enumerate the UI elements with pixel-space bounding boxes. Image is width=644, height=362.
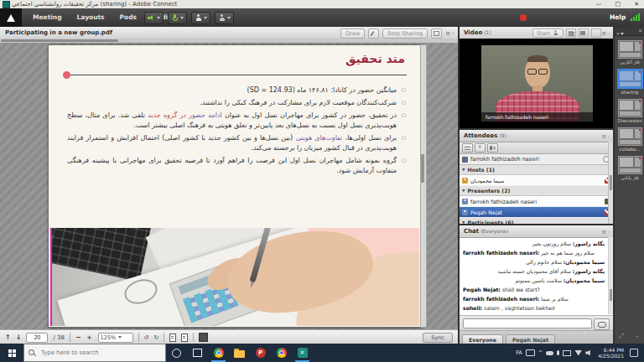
volume-icon[interactable] <box>585 350 592 356</box>
webcam-icon <box>195 14 202 22</box>
layout-label: فاز آغازین <box>616 59 643 65</box>
attendees-scrollbar[interactable] <box>608 142 613 224</box>
photoshop-taskbar-button[interactable]: P <box>250 344 271 362</box>
file-explorer-button[interactable] <box>229 344 250 362</box>
zoom-out-button[interactable]: − <box>75 334 81 341</box>
scrollbar-thumb[interactable] <box>1 39 118 42</box>
layouts-menu-icon[interactable]: ≡ <box>616 29 624 38</box>
attendee-section-header[interactable]: ▼Presenters (2) <box>460 186 613 196</box>
layout-item[interactable]: sharing <box>616 69 643 95</box>
layout-item[interactable]: فاز آغازین <box>616 40 643 65</box>
adobe-connect-taskbar-button[interactable]: ✕ <box>292 344 313 362</box>
scrollbar-thumb[interactable] <box>610 175 612 190</box>
hidden-icons-chevron[interactable]: ^ <box>538 349 543 356</box>
scrollbar-thumb[interactable] <box>610 289 612 301</box>
battery-icon[interactable] <box>563 350 571 356</box>
video-pod: Video(1) Start ≡ farrokh fathizadeh nase… <box>460 27 613 130</box>
chrome-profile-taskbar-button[interactable] <box>271 344 292 362</box>
keyboard-icon[interactable] <box>526 349 535 356</box>
cortana-button[interactable] <box>166 344 187 362</box>
attendee-row[interactable]: سیما محمودیان <box>460 175 613 186</box>
chevron-down-icon[interactable] <box>227 17 231 19</box>
start-webcam-button[interactable]: Start <box>532 28 564 38</box>
taskbar-search[interactable] <box>23 344 166 362</box>
status-button[interactable] <box>215 12 234 24</box>
send-message-icon[interactable] <box>594 318 610 330</box>
menu-layouts[interactable]: Layouts <box>70 8 112 27</box>
next-page-button[interactable]: ↓ <box>16 334 22 341</box>
fit-width-icon[interactable] <box>181 334 188 342</box>
thumbnail-panel-icon[interactable] <box>199 333 208 342</box>
layout-thumbnail-icon <box>618 40 642 59</box>
attendee-row[interactable]: farrokh fathizadeh naseri <box>460 196 613 207</box>
video-pod-menu-icon[interactable]: ≡ <box>601 29 610 38</box>
chat-tab-private[interactable]: Pegah Nejat <box>506 334 555 344</box>
chrome-taskbar-button[interactable] <box>208 344 229 362</box>
add-layout-icon[interactable]: ＋ <box>634 333 640 341</box>
fit-page-icon[interactable] <box>169 334 176 342</box>
task-view-button[interactable] <box>187 344 208 362</box>
attendee-row[interactable]: Pegah Nejat <box>460 207 613 218</box>
attendee-section-header[interactable]: ▼Hosts (1) <box>460 165 613 175</box>
chrome-icon <box>277 348 287 358</box>
prev-page-button[interactable]: ↑ <box>5 334 11 341</box>
attendee-section-header[interactable]: ▼Participants (6) <box>460 218 613 225</box>
stop-sharing-button[interactable]: Stop Sharing <box>382 28 428 39</box>
layouts-close-icon[interactable]: ✕ <box>638 28 642 34</box>
active-speaker-icon <box>462 157 468 163</box>
menu-meeting[interactable]: Meeting <box>25 8 70 27</box>
pointer-tool-icon[interactable] <box>368 28 379 39</box>
wifi-icon[interactable] <box>574 350 582 356</box>
fullscreen-icon[interactable] <box>431 28 442 39</box>
chat-tab-everyone[interactable]: Everyone <box>462 334 503 344</box>
language-indicator[interactable]: FA <box>516 349 522 356</box>
notification-center-icon[interactable] <box>630 349 638 357</box>
layout-item[interactable]: collabo... <box>616 127 643 152</box>
chat-scrollbar[interactable] <box>608 237 613 314</box>
grid-view-icon[interactable] <box>566 28 576 38</box>
chevron-down-icon[interactable] <box>204 17 207 19</box>
sort-attendees-icon[interactable] <box>487 143 498 153</box>
chat-input[interactable] <box>463 318 592 328</box>
filmstrip-view-icon[interactable] <box>579 28 589 38</box>
sync-button[interactable]: Sync <box>423 333 453 343</box>
microphone-tray-icon[interactable] <box>557 350 559 355</box>
chat-pod-menu-icon[interactable]: ≡ <box>601 228 610 236</box>
share-pod-menu-icon[interactable]: ≡ <box>445 29 454 38</box>
search-input[interactable] <box>39 349 143 357</box>
draw-button[interactable]: Draw <box>340 28 365 39</box>
connection-signal-icon[interactable] <box>631 13 640 21</box>
close-button[interactable]: ✕ <box>634 0 639 8</box>
menu-pods[interactable]: Pods <box>112 8 144 27</box>
zoom-select[interactable]: 125% <box>98 333 133 343</box>
rotate-right-icon[interactable]: ↻ <box>153 334 158 341</box>
webcam-icon <box>553 30 558 35</box>
layout-thumbnail-icon <box>617 69 643 89</box>
slide-vertical-scrollbar[interactable] <box>420 44 427 328</box>
speaker-toggle-button[interactable] <box>144 12 164 24</box>
onedrive-icon[interactable] <box>546 351 553 355</box>
active-speaker-row[interactable]: farrokh fathizadeh naseri <box>460 154 613 165</box>
minimize-button[interactable]: — <box>596 0 602 8</box>
maximize-button[interactable]: ▢ <box>615 0 621 8</box>
scrollbar-thumb[interactable] <box>421 154 424 183</box>
list-view-icon[interactable] <box>462 143 473 153</box>
taskbar-clock[interactable]: 6:44 PM 4/25/2021 <box>598 347 624 359</box>
pod-fullscreen-icon[interactable] <box>591 28 601 38</box>
chevron-down-icon[interactable] <box>157 17 160 19</box>
microphone-toggle-button[interactable] <box>168 12 187 24</box>
help-menu[interactable]: Help <box>610 8 626 27</box>
zoom-in-button[interactable]: ＋ <box>86 333 93 342</box>
attendees-pod-menu-icon[interactable]: ≡ <box>601 132 610 141</box>
breakout-view-icon[interactable] <box>475 143 486 153</box>
start-button[interactable] <box>0 344 23 362</box>
chevron-down-icon[interactable] <box>180 17 184 19</box>
page-number-input[interactable] <box>26 333 48 343</box>
share-tab-title[interactable]: Participating in a new group.pdf <box>5 27 112 39</box>
rotate-left-icon[interactable]: ↺ <box>144 334 149 341</box>
layout-item[interactable]: Discussion <box>616 99 643 123</box>
webcam-toggle-button[interactable] <box>191 12 210 24</box>
layouts-resize-icon[interactable]: ⤢ <box>620 333 625 341</box>
layout-item[interactable]: فاز پایانی <box>616 156 643 180</box>
glasses <box>527 69 548 74</box>
